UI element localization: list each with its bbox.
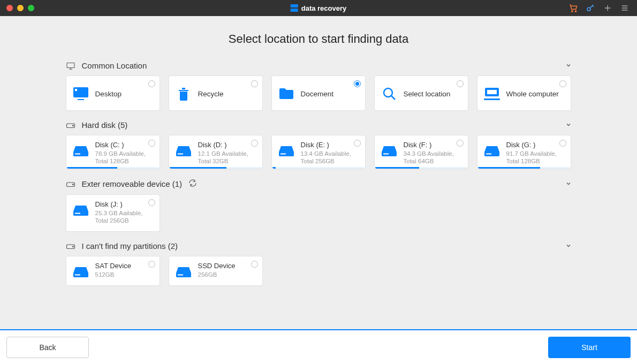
svg-rect-20 bbox=[280, 154, 286, 155]
card-disk-j[interactable]: Disk (J: ) 25.3 GB Aailable, Total 256GB bbox=[66, 194, 160, 232]
chevron-down-icon bbox=[565, 241, 572, 251]
cart-icon[interactable] bbox=[568, 3, 578, 13]
harddisk-icon bbox=[66, 242, 75, 250]
partition-cards: SAT Device 512GB SSD Device 256GB bbox=[66, 256, 572, 286]
radio-ssd[interactable] bbox=[251, 261, 258, 268]
card-disk-c[interactable]: Disk (C: ) 78.9 GB Available, Total 128G… bbox=[66, 135, 160, 169]
section-header-partitions[interactable]: I can't find my partitions (2) bbox=[66, 241, 572, 251]
disk-f-title: Disk (F: ) bbox=[404, 141, 461, 149]
radio-whole-computer[interactable] bbox=[559, 80, 566, 87]
card-select-location[interactable]: Select location bbox=[374, 75, 468, 111]
card-disk-g[interactable]: Disk (G: ) 91.7 GB Available, Total 128G… bbox=[477, 135, 571, 169]
card-desktop[interactable]: Desktop bbox=[66, 75, 160, 111]
harddisk-icon bbox=[66, 180, 75, 188]
drive-icon bbox=[73, 202, 89, 218]
svg-point-0 bbox=[572, 11, 573, 12]
app-title-text: data recovery bbox=[301, 4, 347, 12]
drive-icon bbox=[484, 143, 500, 159]
label-select-location: Select location bbox=[404, 90, 451, 98]
sat-title: SAT Device bbox=[95, 262, 131, 270]
label-whole-computer: Whole computer bbox=[506, 90, 559, 98]
radio-sat[interactable] bbox=[148, 261, 155, 268]
svg-rect-34 bbox=[178, 275, 183, 276]
disk-g-title: Disk (G: ) bbox=[506, 141, 564, 149]
card-disk-e[interactable]: Disk (E: ) 13.4 GB Available, Total 256G… bbox=[271, 135, 366, 169]
radio-recycle[interactable] bbox=[251, 80, 258, 87]
radio-disk-e[interactable] bbox=[354, 140, 361, 147]
radio-disk-f[interactable] bbox=[457, 140, 464, 147]
radio-disk-c[interactable] bbox=[148, 140, 155, 147]
drive-icon bbox=[176, 264, 192, 280]
svg-rect-24 bbox=[486, 154, 491, 155]
refresh-icon[interactable] bbox=[188, 179, 197, 189]
harddisk-icon bbox=[66, 122, 75, 129]
key-icon[interactable] bbox=[586, 3, 595, 13]
card-whole-computer[interactable]: Whole computer bbox=[477, 75, 571, 111]
ssd-sub: 256GB bbox=[198, 271, 236, 278]
radio-disk-d[interactable] bbox=[251, 140, 258, 147]
back-button[interactable]: Back bbox=[6, 337, 89, 358]
svg-rect-5 bbox=[75, 89, 77, 91]
svg-point-9 bbox=[384, 88, 392, 97]
radio-select-location[interactable] bbox=[457, 80, 464, 87]
svg-point-14 bbox=[72, 125, 73, 126]
radio-disk-g[interactable] bbox=[559, 140, 566, 147]
svg-rect-18 bbox=[178, 154, 183, 155]
plus-icon[interactable] bbox=[603, 3, 612, 13]
main-content: Select location to start finding data Co… bbox=[0, 16, 637, 329]
disk-c-sub: 78.9 GB Available, Total 128GB bbox=[95, 150, 153, 165]
label-desktop: Desktop bbox=[95, 90, 122, 98]
disk-e-sub: 13.4 GB Available, Total 256GB bbox=[301, 150, 359, 165]
trash-icon bbox=[176, 86, 192, 102]
disk-d-title: Disk (D: ) bbox=[198, 141, 256, 149]
section-title-partitions: I can't find my partitions (2) bbox=[82, 241, 178, 251]
close-window-button[interactable] bbox=[6, 5, 13, 11]
chevron-down-icon bbox=[565, 179, 572, 188]
titlebar: data recovery bbox=[0, 0, 637, 16]
external-cards: Disk (J: ) 25.3 GB Aailable, Total 256GB bbox=[66, 194, 572, 232]
ssd-title: SSD Device bbox=[198, 262, 236, 270]
label-recycle: Recycle bbox=[198, 90, 224, 98]
radio-document[interactable] bbox=[354, 80, 361, 87]
card-disk-f[interactable]: Disk (F: ) 34.3 GB Available, Total 64GB bbox=[374, 135, 468, 169]
svg-rect-28 bbox=[75, 213, 80, 214]
disk-j-title: Disk (J: ) bbox=[95, 200, 153, 208]
label-document: Docement bbox=[301, 90, 334, 98]
app-logo-icon bbox=[291, 4, 298, 12]
card-recycle[interactable]: Recycle bbox=[169, 75, 263, 111]
drive-icon bbox=[278, 143, 294, 159]
section-header-external[interactable]: Exter removeable device (1) bbox=[66, 179, 572, 189]
radio-desktop[interactable] bbox=[148, 80, 155, 87]
monitor-icon bbox=[66, 62, 75, 70]
sat-sub: 512GB bbox=[95, 271, 131, 278]
common-location-cards: Desktop Recycle Docement bbox=[66, 75, 572, 111]
radio-disk-j[interactable] bbox=[148, 199, 155, 206]
disk-c-title: Disk (C: ) bbox=[95, 141, 153, 149]
card-sat-device[interactable]: SAT Device 512GB bbox=[66, 256, 160, 286]
card-document[interactable]: Docement bbox=[271, 75, 366, 111]
svg-point-30 bbox=[72, 246, 73, 247]
desktop-icon bbox=[73, 86, 89, 102]
minimize-window-button[interactable] bbox=[17, 5, 24, 11]
page-heading: Select location to start finding data bbox=[0, 32, 637, 46]
disk-e-progress bbox=[272, 167, 365, 169]
card-ssd-device[interactable]: SSD Device 256GB bbox=[169, 256, 263, 286]
disk-f-sub: 34.3 GB Available, Total 64GB bbox=[404, 150, 461, 165]
svg-point-2 bbox=[587, 7, 590, 11]
card-disk-d[interactable]: Disk (D: ) 12.1 GB Available, Total 32GB bbox=[169, 135, 263, 169]
section-title-external: Exter removeable device (1) bbox=[82, 179, 183, 188]
svg-rect-4 bbox=[73, 87, 88, 97]
svg-rect-32 bbox=[75, 275, 80, 276]
section-title-common: Common Location bbox=[82, 61, 147, 70]
drive-icon bbox=[73, 264, 89, 280]
disk-g-sub: 91.7 GB Available, Total 128GB bbox=[506, 150, 564, 165]
titlebar-actions bbox=[568, 3, 630, 13]
maximize-window-button[interactable] bbox=[28, 5, 34, 11]
menu-icon[interactable] bbox=[620, 3, 630, 13]
disk-c-progress bbox=[67, 167, 159, 169]
start-button[interactable]: Start bbox=[548, 337, 631, 358]
computer-icon bbox=[484, 86, 500, 102]
disk-g-progress bbox=[478, 167, 570, 169]
section-header-harddisk[interactable]: Hard disk (5) bbox=[66, 120, 572, 130]
section-header-common[interactable]: Common Location bbox=[66, 61, 572, 70]
